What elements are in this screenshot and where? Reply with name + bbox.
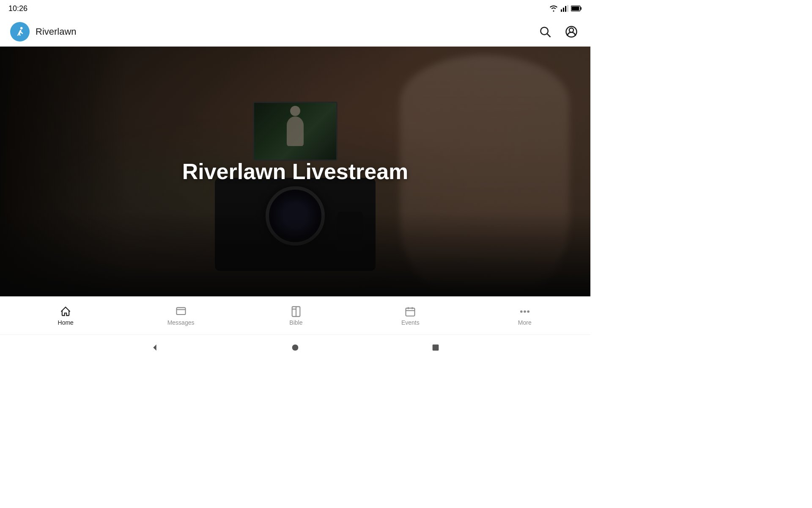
nav-label-more: More	[518, 319, 532, 326]
status-icons	[549, 5, 582, 12]
android-back-icon	[150, 343, 159, 352]
hero-text-container: Riverlawn Livestream	[182, 159, 409, 184]
app-bar-left: Riverlawn	[10, 22, 77, 41]
wifi-icon	[549, 5, 558, 12]
svg-point-20	[521, 311, 522, 312]
logo-icon	[14, 26, 25, 37]
status-time: 10:26	[8, 4, 27, 13]
search-button[interactable]	[536, 23, 554, 41]
nav-item-bible[interactable]: Bible	[275, 302, 317, 329]
svg-rect-1	[563, 8, 564, 12]
app-bar: Riverlawn	[0, 17, 590, 47]
nav-label-home: Home	[58, 319, 74, 326]
svg-rect-6	[572, 7, 579, 11]
hero-title: Riverlawn Livestream	[182, 159, 409, 184]
nav-label-messages: Messages	[167, 319, 195, 326]
svg-rect-3	[567, 5, 568, 12]
app-title: Riverlawn	[36, 26, 77, 37]
nav-label-bible: Bible	[289, 319, 302, 326]
svg-point-21	[524, 311, 526, 312]
svg-point-11	[569, 28, 573, 32]
app-logo	[10, 22, 30, 41]
nav-label-events: Events	[401, 319, 420, 326]
bible-icon	[290, 306, 302, 318]
svg-line-9	[547, 34, 551, 37]
svg-point-24	[292, 344, 299, 351]
messages-icon	[175, 306, 187, 318]
nav-item-more[interactable]: More	[504, 302, 546, 329]
home-icon	[60, 306, 71, 318]
battery-icon	[571, 6, 582, 11]
profile-button[interactable]	[562, 23, 580, 41]
hero-section: Riverlawn Livestream	[0, 47, 590, 296]
status-bar: 10:26	[0, 0, 590, 17]
svg-rect-0	[561, 9, 562, 12]
bottom-nav: Home Messages Bible Events	[0, 296, 590, 334]
svg-point-22	[527, 311, 529, 312]
nav-item-events[interactable]: Events	[389, 302, 431, 329]
android-home-icon	[291, 343, 300, 352]
svg-marker-23	[153, 344, 156, 351]
nav-item-messages[interactable]: Messages	[159, 302, 203, 329]
search-icon	[539, 25, 551, 38]
nav-item-home[interactable]: Home	[44, 302, 87, 329]
more-icon	[519, 306, 531, 318]
svg-point-7	[20, 27, 23, 29]
svg-rect-5	[581, 7, 582, 10]
svg-rect-2	[565, 6, 566, 12]
android-home-button[interactable]	[287, 340, 303, 356]
svg-rect-25	[433, 344, 439, 351]
svg-rect-16	[406, 308, 415, 316]
android-nav	[0, 334, 590, 360]
profile-icon	[565, 25, 578, 38]
android-back-button[interactable]	[147, 340, 163, 356]
signal-icon	[561, 5, 568, 12]
android-recents-button[interactable]	[428, 340, 444, 356]
svg-rect-12	[176, 307, 185, 314]
app-bar-right	[536, 23, 580, 41]
android-recents-icon	[431, 343, 440, 352]
svg-point-8	[540, 27, 548, 35]
events-icon	[404, 306, 416, 318]
